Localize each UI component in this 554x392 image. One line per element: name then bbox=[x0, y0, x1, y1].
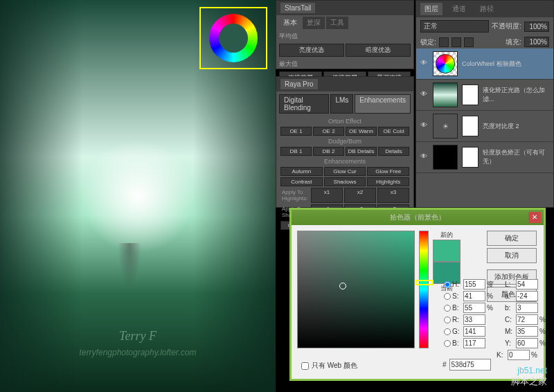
watermark-1: Terry F bbox=[119, 329, 157, 344]
r-radio[interactable] bbox=[444, 317, 451, 323]
starstail-tab[interactable]: StarsTail bbox=[280, 3, 315, 13]
layer-thumb[interactable] bbox=[433, 82, 458, 107]
layer-name: ColorWheel 检验颜色 bbox=[462, 60, 551, 69]
visibility-icon[interactable]: 👁 bbox=[419, 121, 429, 131]
layer-liquify[interactable]: 👁 液化矫正光路（怎么加滤... bbox=[416, 80, 553, 111]
details-button[interactable]: Details bbox=[378, 147, 409, 156]
layer-skintone[interactable]: 👁 轻度肤色矫正（可有可无） bbox=[416, 142, 553, 173]
layers-tab-2[interactable]: 路径 bbox=[476, 3, 498, 15]
st-tab-1[interactable]: 景深 bbox=[303, 17, 325, 29]
m-input[interactable] bbox=[516, 326, 538, 337]
st-tab-0[interactable]: 基本 bbox=[279, 17, 301, 29]
hi-x3[interactable]: x3 bbox=[377, 188, 409, 203]
layer-thumb[interactable] bbox=[433, 51, 458, 76]
raya-sec-db: Dodge/Burn bbox=[276, 136, 413, 146]
web-only-checkbox[interactable] bbox=[301, 362, 309, 370]
layer-name: 液化矫正光路（怎么加滤... bbox=[483, 86, 551, 104]
lock-pixels-icon[interactable] bbox=[439, 37, 449, 47]
colorwheel-icon bbox=[209, 14, 258, 62]
glowcur-button[interactable]: Glow Cur bbox=[324, 167, 366, 176]
k-input[interactable] bbox=[508, 350, 530, 360]
oecold-button[interactable]: OE Cold bbox=[378, 127, 409, 136]
colorwheel-highlight bbox=[199, 7, 267, 69]
raya-sec-orton: Orton Effect bbox=[276, 116, 413, 126]
hi-x1[interactable]: x1 bbox=[311, 188, 343, 203]
db2-button[interactable]: DB 2 bbox=[313, 147, 344, 156]
s-radio[interactable] bbox=[444, 293, 451, 300]
bb-input[interactable] bbox=[463, 338, 485, 348]
new-label: 新的 bbox=[433, 231, 461, 240]
hi-x2[interactable]: x2 bbox=[344, 188, 376, 203]
opacity-input[interactable]: 100% bbox=[524, 21, 549, 32]
layers-panel: 图层 通道 路径 正常 不透明度: 100% 锁定: 填充: 100% 👁 Co… bbox=[416, 0, 554, 208]
autumn-button[interactable]: Autumn bbox=[280, 167, 323, 176]
oe1-button[interactable]: OE 1 bbox=[280, 127, 312, 136]
raya-tab-1[interactable]: LMs bbox=[330, 94, 353, 114]
site-watermark: jb51.net 脚本之家 bbox=[511, 366, 547, 388]
apply-hi-label: Apply To Highlights: bbox=[280, 188, 310, 203]
close-button[interactable]: ✕ bbox=[528, 212, 541, 223]
visibility-icon[interactable]: 👁 bbox=[419, 90, 429, 100]
y-input[interactable] bbox=[516, 338, 538, 348]
h-input[interactable] bbox=[463, 279, 485, 289]
r-input[interactable] bbox=[463, 314, 485, 325]
l-input[interactable] bbox=[516, 279, 538, 289]
st-btn-bright[interactable]: 亮度优选 bbox=[279, 44, 344, 57]
layer-name: 亮度对比度 2 bbox=[483, 122, 551, 131]
layer-mask[interactable] bbox=[462, 116, 479, 136]
layer-brightness[interactable]: 👁 ☀ 亮度对比度 2 bbox=[416, 111, 553, 142]
s-input[interactable] bbox=[463, 291, 485, 301]
cancel-button[interactable]: 取消 bbox=[487, 248, 537, 263]
lock-label: 锁定: bbox=[420, 37, 436, 47]
db1-button[interactable]: DB 1 bbox=[280, 147, 312, 156]
hex-input[interactable] bbox=[449, 359, 491, 371]
layer-colorwheel[interactable]: 👁 ColorWheel 检验颜色 bbox=[416, 48, 553, 80]
bb-radio[interactable] bbox=[444, 340, 451, 347]
raya-tab-2[interactable]: Enhancements bbox=[355, 94, 411, 114]
dbdetails-button[interactable]: DB Details bbox=[346, 147, 377, 156]
st-btn-dark[interactable]: 暗度优选 bbox=[346, 44, 411, 57]
oewarm-button[interactable]: OE Warm bbox=[346, 127, 377, 136]
layer-mask[interactable] bbox=[462, 147, 479, 168]
b-radio[interactable] bbox=[444, 305, 451, 312]
fill-input[interactable]: 100% bbox=[524, 37, 549, 47]
raya-tab-0[interactable]: Digital Blending bbox=[279, 94, 329, 114]
b-input[interactable] bbox=[463, 303, 485, 313]
visibility-icon[interactable]: 👁 bbox=[419, 152, 429, 162]
st-max-label: 最大值 bbox=[276, 58, 413, 70]
layers-tab-0[interactable]: 图层 bbox=[420, 3, 443, 15]
oe2-button[interactable]: OE 2 bbox=[313, 127, 344, 136]
highlights-button[interactable]: Highlights bbox=[367, 177, 409, 186]
blend-mode-select[interactable]: 正常 bbox=[420, 20, 489, 33]
hue-slider[interactable] bbox=[419, 231, 429, 348]
adj-icon[interactable]: ☀ bbox=[433, 114, 458, 139]
layer-mask[interactable] bbox=[462, 84, 479, 105]
g-radio[interactable] bbox=[444, 328, 451, 335]
g-input[interactable] bbox=[463, 326, 485, 337]
glowfree-button[interactable]: Glow Free bbox=[367, 167, 409, 176]
figure-silhouette bbox=[116, 243, 143, 299]
layers-header: 图层 通道 路径 bbox=[416, 1, 553, 17]
picker-title: 拾色器（前景色） ✕ bbox=[292, 210, 544, 225]
shadows-button[interactable]: Shadows bbox=[324, 177, 366, 186]
lab-b-input[interactable] bbox=[516, 303, 538, 313]
visibility-icon[interactable]: 👁 bbox=[419, 59, 429, 69]
new-swatch bbox=[433, 240, 461, 262]
a-input[interactable] bbox=[516, 291, 538, 301]
layers-tab-1[interactable]: 通道 bbox=[448, 3, 470, 15]
color-picker-dialog: 拾色器（前景色） ✕ 新的 当前 确定 取消 添加到色板 颜色库 H:度L: bbox=[289, 208, 546, 381]
lock-all-icon[interactable] bbox=[464, 37, 474, 47]
h-radio[interactable] bbox=[444, 281, 451, 288]
color-cursor[interactable] bbox=[339, 283, 346, 289]
st-tab-2[interactable]: 工具 bbox=[326, 17, 348, 29]
starstail-panel: StarsTail 基本 景深 工具 平均值 亮度优选 暗度优选 最大值 连接首… bbox=[276, 0, 414, 69]
layer-thumb[interactable] bbox=[433, 145, 458, 170]
opacity-label: 不透明度: bbox=[492, 21, 521, 31]
contrast-button[interactable]: Contrast bbox=[280, 177, 323, 186]
color-field[interactable] bbox=[297, 231, 415, 348]
c-input[interactable] bbox=[516, 314, 538, 325]
lock-position-icon[interactable] bbox=[452, 37, 461, 47]
ok-button[interactable]: 确定 bbox=[487, 231, 537, 246]
raya-tab[interactable]: Raya Pro bbox=[280, 79, 318, 89]
hue-thumb[interactable] bbox=[416, 280, 434, 285]
